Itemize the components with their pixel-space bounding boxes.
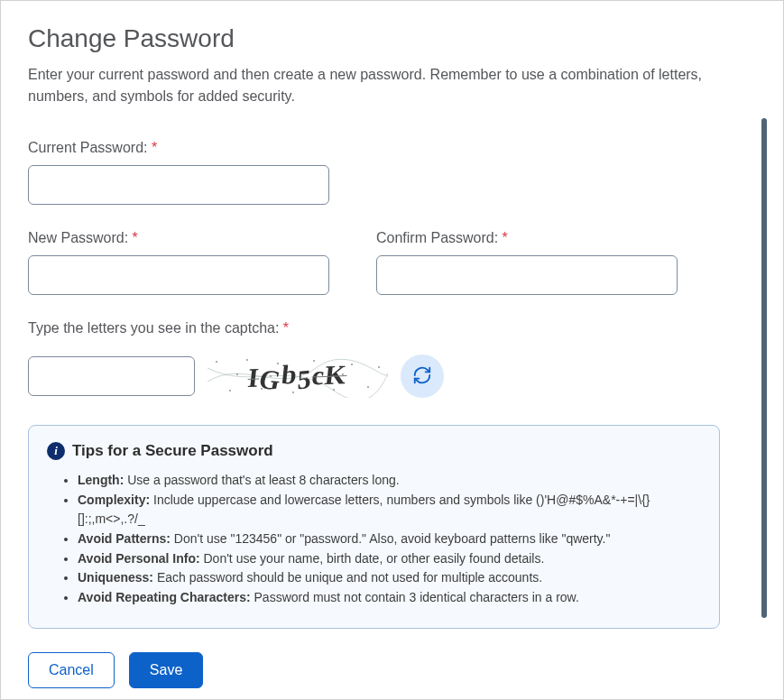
- tip-label: Avoid Personal Info:: [78, 551, 200, 566]
- captcha-label: Type the letters you see in the captcha:…: [28, 320, 756, 336]
- tip-text: Include uppercase and lowercase letters,…: [78, 493, 650, 527]
- scrollbar[interactable]: [761, 118, 767, 618]
- page-subtitle: Enter your current password and then cre…: [28, 64, 756, 107]
- new-password-input[interactable]: [28, 255, 329, 295]
- tip-item: Avoid Repeating Characters: Password mus…: [78, 588, 701, 608]
- page-title: Change Password: [28, 24, 756, 53]
- captcha-input[interactable]: [28, 356, 195, 396]
- form: Current Password: * New Password: *: [28, 140, 756, 629]
- tips-header: i Tips for a Secure Password: [47, 442, 701, 460]
- svg-point-11: [236, 373, 238, 375]
- required-marker: *: [152, 140, 157, 155]
- current-password-label: Current Password: *: [28, 140, 329, 156]
- tip-label: Length:: [78, 473, 124, 487]
- save-button[interactable]: Save: [129, 652, 203, 688]
- tip-text: Use a password that's at least 8 charact…: [124, 473, 399, 487]
- refresh-icon: [412, 365, 432, 388]
- tip-item: Uniqueness: Each password should be uniq…: [78, 568, 701, 588]
- tip-item: Length: Use a password that's at least 8…: [78, 471, 701, 491]
- new-password-label-text: New Password:: [28, 230, 128, 245]
- cancel-button[interactable]: Cancel: [28, 652, 115, 688]
- tips-list: Length: Use a password that's at least 8…: [47, 471, 701, 608]
- required-marker: *: [133, 230, 138, 245]
- svg-point-10: [378, 366, 380, 368]
- tip-item: Complexity: Include uppercase and lowerc…: [78, 491, 701, 530]
- content-area: Change Password Enter your current passw…: [1, 1, 783, 699]
- required-marker: *: [283, 320, 289, 336]
- captcha-label-text: Type the letters you see in the captcha:: [28, 320, 279, 336]
- svg-point-0: [216, 361, 217, 363]
- tip-text: Don't use "123456" or "password." Also, …: [171, 531, 610, 546]
- tip-label: Avoid Patterns:: [78, 531, 171, 546]
- captcha-text: IGb5cK: [246, 359, 348, 393]
- tip-text: Password must not contain 3 identical ch…: [251, 590, 579, 604]
- tips-panel: i Tips for a Secure Password Length: Use…: [28, 425, 720, 629]
- required-marker: *: [503, 230, 508, 245]
- confirm-password-input[interactable]: [376, 255, 678, 295]
- tip-label: Complexity:: [78, 493, 150, 507]
- svg-point-2: [246, 359, 248, 361]
- tip-item: Avoid Personal Info: Don't use your name…: [78, 549, 701, 569]
- svg-point-5: [292, 391, 294, 393]
- confirm-password-label-text: Confirm Password:: [376, 230, 498, 245]
- tip-item: Avoid Patterns: Don't use "123456" or "p…: [78, 530, 701, 549]
- tip-text: Each password should be unique and not u…: [153, 570, 542, 585]
- new-password-field: New Password: *: [28, 230, 329, 295]
- action-bar: Cancel Save: [28, 652, 203, 688]
- tip-label: Uniqueness:: [78, 570, 153, 585]
- captcha-field: Type the letters you see in the captcha:…: [28, 320, 756, 345]
- captcha-refresh-button[interactable]: [401, 355, 444, 398]
- confirm-password-label: Confirm Password: *: [376, 230, 678, 246]
- info-icon: i: [47, 442, 65, 460]
- current-password-input[interactable]: [28, 165, 329, 205]
- svg-point-1: [229, 390, 231, 391]
- current-password-field: Current Password: *: [28, 140, 329, 205]
- new-password-label: New Password: *: [28, 230, 329, 246]
- svg-point-8: [351, 364, 353, 365]
- captcha-row: IGb5cK: [28, 355, 756, 398]
- confirm-password-field: Confirm Password: *: [376, 230, 678, 295]
- current-password-label-text: Current Password:: [28, 140, 148, 155]
- tip-text: Don't use your name, birth date, or othe…: [200, 551, 545, 566]
- tip-label: Avoid Repeating Characters:: [78, 590, 251, 604]
- tips-title: Tips for a Secure Password: [72, 442, 273, 460]
- captcha-image: IGb5cK: [208, 355, 388, 398]
- svg-point-9: [367, 386, 369, 388]
- change-password-panel: Change Password Enter your current passw…: [0, 0, 784, 700]
